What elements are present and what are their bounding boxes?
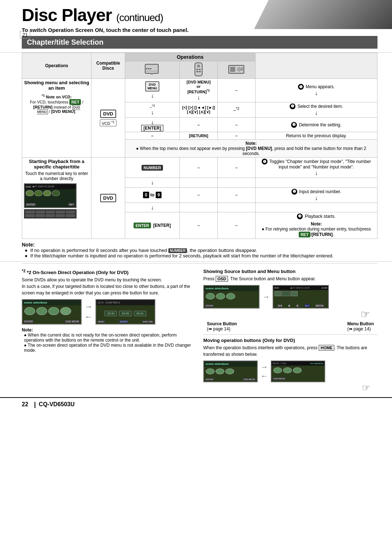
row1-remote-dvdmenu: [DVD MENU] or [RETURN]*1 ↓ [180, 79, 217, 102]
on-screen-note: Note: ● When the current disc is not rea… [22, 327, 196, 353]
svg-point-5 [197, 65, 200, 68]
menu-button-label-group: Menu Button (➡ page 14) [347, 321, 374, 331]
row2-unit-enter: – [217, 212, 255, 239]
moving-screenshots: scene selections ENTER OSD MOVE → ← [203, 360, 377, 382]
svg-rect-8 [196, 71, 198, 72]
row2-desc-note: ❸ Playback starts. Note: ● For retrying … [255, 212, 377, 239]
bottom-section: *2 *2 On-Screen Direct Operation (Only f… [0, 265, 392, 397]
col-header-touch: ■ ■ ■ [125, 61, 180, 79]
row2-remote-digits: – [180, 187, 217, 203]
bottom-right: Showing Source button and Menu button Pr… [203, 269, 377, 394]
col-header-unit [217, 61, 255, 79]
row1-remote-return: [RETURN] [180, 132, 217, 140]
moving-before-screen: scene selections ENTER OSD MOVE [203, 360, 258, 382]
vcd-note-body: For VCD, touch/press RET / [RETURN] inst… [24, 99, 89, 114]
row2-touch-enter-arrow: ↓ [125, 203, 180, 212]
header-image [254, 0, 392, 29]
row1-title: Showing menu and selecting an item [24, 80, 89, 91]
on-screen-title: *2 *2 On-Screen Direct Operation (Only f… [22, 269, 196, 275]
row2-dvd-disc: DVD [100, 194, 116, 202]
header-area: 21 Disc Player (continued) To switch Ope… [0, 0, 392, 53]
footer-model: CQ-VD6503U [39, 401, 75, 408]
row2-desc-2: ❷ Input desired number. ↓ [255, 187, 377, 203]
dvd-menu-touch-btn: DVDMENU [145, 81, 159, 91]
row2-remote-enter: – [180, 212, 217, 239]
source-section-title: Showing Source button and Menu button [203, 269, 377, 274]
page-container: English 21 Disc Player (continued) To sw… [0, 0, 392, 411]
svg-rect-2 [150, 73, 153, 74]
before-screen: scene selections ENTER OSD MOVE [22, 299, 82, 325]
row2-unit-number: – [217, 158, 255, 178]
bottom-note-item-1: If no operation is performed for 8 secon… [25, 248, 377, 253]
bottom-left: *2 *2 On-Screen Direct Operation (Only f… [22, 269, 196, 394]
row1-operations: Showing menu and selecting an item *1 No… [22, 79, 91, 158]
row2-desc-1: ❶ Toggles "Chapter number input mode", "… [255, 158, 377, 178]
svg-rect-13 [241, 68, 243, 69]
bottom-note-list: If no operation is performed for 8 secon… [22, 248, 377, 258]
moving-section-body: When the operation buttons interfere wit… [203, 345, 377, 358]
vcd-note-title: *1 Note on VCD: [24, 94, 89, 99]
row2-operations: Starting Playback from a specific chapte… [22, 158, 91, 239]
source-after-screen: DVD ▶07 2009 01:23:45 12:58 ◄◄ ■ ► BLP [273, 285, 329, 309]
source-menu-labels: Source Button (➡ page 14) Menu Button (➡… [203, 321, 377, 331]
row1-remote-nav: [<] [>] [|◄◄] [►|][∧][∨] [∧][∨] [180, 102, 217, 117]
row1-touch-nav: –*2 ↓ [125, 102, 180, 117]
screen-mock-small: DVD ▶07 2009 01:23:45 ENTER [24, 183, 77, 208]
svg-rect-14 [241, 69, 243, 70]
row1-touch-enter: ↓ [ENTER] [125, 118, 180, 132]
after-screen: CH 5 CHAPTER 6 25:40 30:35 40:41 MENU EN… [95, 299, 155, 325]
on-screen-note-1: ● When the current disc is not ready for… [24, 333, 196, 343]
bottom-note-item-2: If the title/chapter number is inputted … [25, 253, 377, 258]
col-header-operations: Operations [22, 53, 91, 79]
operations-table: Operations Compatible Discs Operations [22, 53, 377, 239]
svg-point-12 [237, 68, 241, 71]
row1-desc-return: Returns to the previous display. [255, 132, 377, 140]
moving-after-screen: MOVE > OSD mc selections OSD MOVE [271, 360, 325, 382]
row2-unit-digits: – [217, 187, 255, 203]
col-header-compat: Compatible Discs [91, 53, 125, 79]
row1-unit-nav: –*2 [217, 102, 255, 117]
main-table-container: Operations Compatible Discs Operations [0, 53, 392, 239]
row2-touch-enter: ENTER [ENTER] [125, 212, 180, 239]
row1-desc-2: ❷ Select the desired item. ↓ [255, 102, 377, 117]
on-screen-body: Some DVDs allow you to operate the DVD m… [22, 277, 196, 296]
row1-unit-dash: – [217, 79, 255, 102]
footer: 22 | CQ-VD6503U [0, 397, 392, 411]
dvd-disc: DVD [100, 110, 116, 118]
source-section-body: Press OSD. The Source button and Menu bu… [203, 276, 377, 282]
row1-remote-enter: – [180, 118, 217, 132]
moving-section-title: Moving operation buttons (Only for DVD) [203, 338, 377, 343]
svg-rect-7 [199, 69, 201, 70]
row2-title: Starting Playback from a specific chapte… [24, 159, 89, 170]
svg-rect-6 [196, 69, 198, 70]
row2-touch-arrow: ↓ [125, 178, 180, 187]
on-screen-screenshots: scene selections ENTER OSD MOVE → [22, 299, 196, 325]
row1-unit-enter: – [217, 118, 255, 132]
row1-note: Note: ● When the top menu does not appea… [125, 140, 377, 158]
vcd-disc: VCD *1 [100, 119, 117, 126]
operations-group-header: Operations [125, 53, 255, 61]
row1-touch-dvdmenu: DVDMENU ↓ [125, 79, 180, 102]
row2-subtitle: Touch the numerical key to enter a numbe… [24, 171, 89, 181]
row2-remote-number: – [180, 158, 217, 178]
col-header-remote [180, 61, 217, 79]
ret-badge: RET [69, 99, 81, 105]
source-before-screen: scene selections ENTER [203, 285, 260, 309]
page-number-box: 21 [20, 31, 30, 38]
touch-finger-icon-2: ☞ [203, 382, 370, 394]
row1-compat: DVD VCD *1 [91, 79, 125, 158]
row2-touch-digits: 0 to 9 [125, 187, 180, 203]
row1-unit-return: – [217, 132, 255, 140]
row1-desc-1: ❶ Menu appears. ↓ [255, 79, 377, 102]
touch-finger-icon: ☞ [203, 308, 370, 321]
row2-compat: DVD [91, 158, 125, 239]
source-screenshots: scene selections ENTER → DVD ▶0 [203, 285, 377, 309]
bottom-note-title: Note: [22, 242, 377, 248]
bottom-notes: Note: If no operation is performed for 8… [0, 239, 392, 262]
row2-touch-number: NUMBER [125, 158, 180, 178]
source-button-label-group: Source Button (➡ page 14) [207, 321, 237, 331]
on-screen-note-2: ● The on-screen direct operation of the … [24, 343, 196, 353]
svg-text:■ ■ ■: ■ ■ ■ [146, 68, 152, 70]
footer-page-number: 22 [22, 401, 28, 408]
section-header: Chapter/title Selection [22, 36, 377, 49]
